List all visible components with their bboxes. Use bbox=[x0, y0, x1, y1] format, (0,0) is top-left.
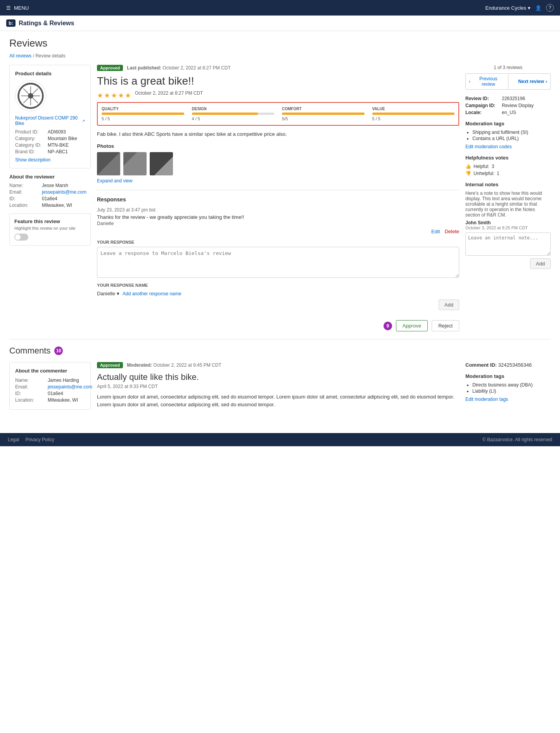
edit-response-button[interactable]: Edit bbox=[431, 229, 440, 234]
review-id-value: 226325196 bbox=[502, 96, 525, 101]
commenter-email-row: Email: jessepaints@me.com bbox=[15, 384, 85, 390]
top-navigation: ☰ MENU Endurance Cycles ▾ 👤 ? bbox=[0, 0, 560, 16]
comment-moderated-label: Moderated: October 2, 2022 at 9:45 PM CD… bbox=[127, 362, 221, 368]
next-review-button[interactable]: Next review › bbox=[508, 73, 551, 90]
rating-item: VALUE 5 / 5 bbox=[372, 107, 455, 121]
delete-response-button[interactable]: Delete bbox=[444, 229, 459, 234]
copyright-text: © Bazaarvoice. All rights reserved bbox=[482, 437, 552, 442]
response-name-select[interactable]: Danielle ▾ bbox=[97, 291, 119, 296]
expand-view-link[interactable]: Expand and view bbox=[97, 178, 132, 184]
comment-id-row: Comment ID: 324253456346 bbox=[465, 362, 551, 368]
add-response-name-link[interactable]: Add another response name bbox=[123, 291, 181, 296]
comment-date: April 5, 2022 at 9:33 PM CDT bbox=[97, 384, 459, 389]
comments-count-badge: 10 bbox=[54, 347, 63, 355]
photo-thumb-1[interactable] bbox=[97, 152, 120, 175]
reviewer-location-row: Location: Milwaukee, WI bbox=[9, 203, 91, 208]
note-date: October 3, 2022 at 9:25 PM CDT bbox=[465, 225, 551, 230]
comments-header: Comments 10 bbox=[9, 346, 551, 356]
app-title: Ratings & Reviews bbox=[19, 20, 74, 27]
show-description-link[interactable]: Show description bbox=[15, 157, 50, 163]
chevron-left-icon: ‹ bbox=[469, 79, 470, 84]
add-note-button[interactable]: Add bbox=[530, 258, 551, 269]
breadcrumb-all-reviews[interactable]: All reviews bbox=[9, 53, 31, 59]
photo-thumb-2[interactable] bbox=[123, 152, 147, 175]
category-value: Mountain Bike bbox=[48, 136, 77, 141]
response-textarea-label: YOUR RESPONSE bbox=[97, 240, 459, 244]
response-textarea[interactable] bbox=[97, 247, 459, 278]
external-link-icon: ↗ bbox=[82, 119, 85, 123]
campaign-id-value: Review Display bbox=[502, 103, 534, 108]
commenter-location-label: Location: bbox=[15, 397, 46, 403]
action-bar: 9 Approve Reject bbox=[97, 316, 459, 331]
reviewer-email-value[interactable]: jessepaints@me.com bbox=[42, 189, 86, 195]
commenter-name-label: Name: bbox=[15, 378, 46, 383]
menu-button[interactable]: ☰ MENU bbox=[6, 5, 29, 11]
response-name-row: Danielle ▾ Add another response name bbox=[97, 291, 459, 296]
unhelpful-label: Unhelpful: bbox=[474, 171, 494, 176]
add-response-button[interactable]: Add bbox=[439, 300, 459, 310]
reviewer-id-label: ID: bbox=[9, 196, 40, 201]
mod-tag-item: Shipping and fulfilment (SI) bbox=[472, 130, 551, 135]
main-layout: Product details bbox=[9, 65, 551, 331]
response-item: July 23, 2023 at 3:47 pm bst Thanks for … bbox=[97, 207, 459, 234]
photos-section: Photos Expand and view bbox=[97, 143, 459, 184]
edit-mod-codes-link[interactable]: Edit moderation codes bbox=[465, 144, 512, 149]
product-link[interactable]: Nukeproof Dissent COMP 290 Bike ↗ bbox=[15, 115, 85, 126]
commenter-email-label: Email: bbox=[15, 384, 46, 390]
internal-note-textarea[interactable] bbox=[465, 232, 551, 256]
previous-review-button[interactable]: ‹ Previous review bbox=[465, 73, 508, 90]
svg-line-8 bbox=[33, 88, 38, 94]
chevron-down-icon: ▾ bbox=[117, 291, 119, 296]
feature-review-card: Feature this review Highlight this revie… bbox=[9, 213, 91, 246]
review-body: Fab bike. I also think ABC Sports have a… bbox=[97, 131, 459, 137]
photos-title: Photos bbox=[97, 143, 459, 149]
category-id-row: Category ID: MTN-BKE bbox=[15, 142, 85, 148]
comment-mod-tags-list: Directs business away (DBA)Liability (LI… bbox=[465, 382, 551, 394]
commenter-id-label: ID: bbox=[15, 391, 46, 396]
mod-tags-list: Shipping and fulfilment (SI)Contains a U… bbox=[465, 130, 551, 141]
user-icon[interactable]: 👤 bbox=[535, 5, 541, 11]
feature-title: Feature this review bbox=[14, 218, 86, 224]
locale-value: en_US bbox=[502, 110, 516, 115]
response-actions: Edit Delete bbox=[97, 229, 459, 234]
review-id-row: Review ID: 226325196 bbox=[465, 96, 551, 101]
helpful-row: 👍 Helpful: 3 bbox=[465, 164, 551, 169]
approve-button[interactable]: Approve bbox=[396, 320, 428, 331]
divider-1 bbox=[97, 190, 459, 190]
current-response-name: Danielle bbox=[97, 291, 115, 296]
commenter-email-value[interactable]: jessepaints@me.com bbox=[48, 384, 92, 390]
app-header: b: Ratings & Reviews bbox=[0, 16, 560, 31]
breadcrumb-sep: / bbox=[33, 53, 34, 59]
campaign-id-row: Campaign ID: Review Display bbox=[465, 103, 551, 108]
privacy-link[interactable]: Privacy Policy bbox=[25, 437, 54, 442]
add-response-btn-row: Add bbox=[97, 300, 459, 310]
legal-link[interactable]: Legal bbox=[8, 437, 19, 442]
edit-mod-tags-link[interactable]: Edit moderation tags bbox=[465, 397, 508, 402]
left-panel: Product details bbox=[9, 65, 91, 331]
comment-right-panel: Comment ID: 324253456346 Moderation tags… bbox=[465, 362, 551, 415]
product-details-title: Product details bbox=[15, 71, 85, 76]
help-icon[interactable]: ? bbox=[546, 4, 554, 12]
photo-thumb-3[interactable] bbox=[150, 152, 173, 175]
svg-point-1 bbox=[28, 93, 33, 99]
star-4: ★ bbox=[118, 91, 124, 100]
commenter-name-row: Name: James Harding bbox=[15, 378, 85, 383]
reject-button[interactable]: Reject bbox=[432, 320, 459, 331]
response-text: Thanks for the review - we greatly appre… bbox=[97, 214, 459, 220]
commenter-name-value: James Harding bbox=[48, 378, 79, 383]
reviewer-id-row: ID: 01a6e4 bbox=[9, 196, 91, 201]
rating-item: DESIGN 4 / 5 bbox=[192, 107, 275, 121]
internal-note-text: Here's a note to show how this would dis… bbox=[465, 191, 551, 218]
locale-row: Locale: en_US bbox=[465, 110, 551, 115]
internal-notes-title: Internal notes bbox=[465, 182, 551, 187]
svg-line-9 bbox=[23, 98, 29, 103]
comment-center: Approved Moderated: October 2, 2022 at 9… bbox=[97, 362, 459, 415]
feature-toggle[interactable] bbox=[14, 234, 28, 241]
reviewer-location-value: Milwaukee, WI bbox=[42, 203, 72, 208]
comment-mod-tag-item: Liability (LI) bbox=[472, 388, 551, 394]
helpful-label: Helpful: bbox=[474, 164, 489, 169]
unhelpful-count: 1 bbox=[497, 171, 500, 176]
comment-approved-badge: Approved bbox=[97, 362, 123, 368]
reviewer-name-value: Jesse Marsh bbox=[42, 183, 68, 188]
brand-selector[interactable]: Endurance Cycles ▾ bbox=[486, 5, 531, 11]
